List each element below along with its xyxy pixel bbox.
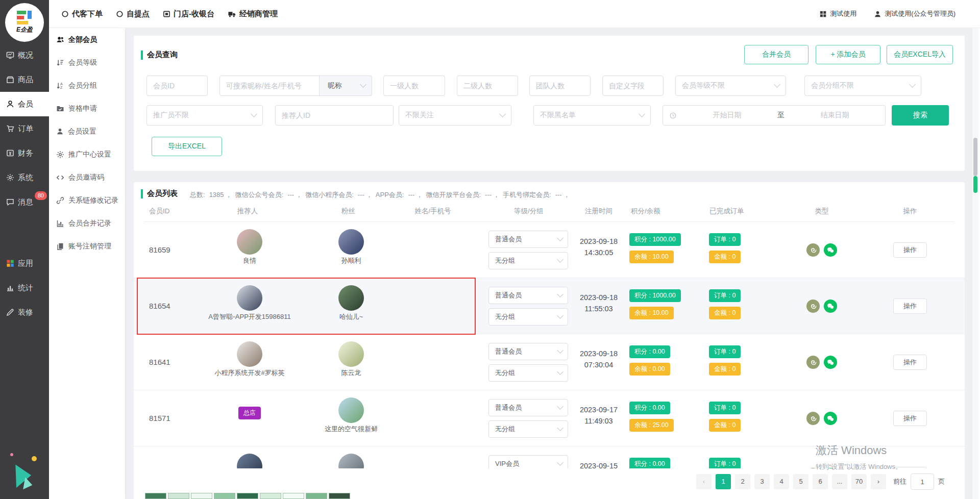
sidebar-item-0[interactable]: 概况 xyxy=(0,43,49,67)
group-select[interactable]: 无分组 xyxy=(488,252,568,269)
team-count-input[interactable] xyxy=(529,76,591,96)
topbar-user-1[interactable]: 测试使用(公众号管理员) xyxy=(874,9,955,18)
submenu-item-0[interactable]: 全部会员 xyxy=(49,28,125,51)
pagination-goto: 前往 页 xyxy=(893,473,945,490)
page-button-5[interactable]: 5 xyxy=(793,474,808,489)
member-id-input[interactable] xyxy=(146,76,208,96)
row-action-button[interactable]: 操作 xyxy=(893,355,927,370)
sidebar-item-5[interactable]: 系统 xyxy=(0,165,49,190)
topbar-item-3[interactable]: 经销商管理 xyxy=(228,9,278,19)
goto-label: 前往 xyxy=(893,477,906,486)
export-excel-button[interactable]: 导出EXCEL xyxy=(152,137,222,156)
page-button-2[interactable]: 2 xyxy=(735,474,750,489)
group-select[interactable]: 无分组 xyxy=(488,420,568,438)
blacklist-filter-select[interactable]: 不限黑名单 xyxy=(533,105,651,126)
row-action-button[interactable]: 操作 xyxy=(893,242,927,258)
submenu-item-4[interactable]: 会员设置 xyxy=(49,120,125,143)
member-icon xyxy=(6,100,14,108)
level-select[interactable]: 普通会员 xyxy=(488,343,568,360)
page-scrollbar[interactable] xyxy=(972,28,978,499)
page-button-70[interactable]: 70 xyxy=(851,474,867,489)
chevron-down-icon xyxy=(557,425,564,431)
register-time: 2023-09-1814:30:05 xyxy=(563,222,634,257)
goto-page-input[interactable] xyxy=(911,473,934,490)
sidebar-item-6[interactable]: 消息80 xyxy=(0,190,49,214)
page-button-3[interactable]: 3 xyxy=(754,474,770,489)
submenu-item-8[interactable]: 会员合并记录 xyxy=(49,212,125,235)
page-button-1[interactable]: 1 xyxy=(716,474,731,489)
keyword-input[interactable] xyxy=(219,76,320,96)
page-button-6[interactable]: 6 xyxy=(813,474,828,489)
points-badge: 积分 : 1000.00 xyxy=(629,289,681,302)
submenu-item-9[interactable]: 账号注销管理 xyxy=(49,235,125,258)
member-group-select[interactable]: 会员分组不限 xyxy=(804,76,921,96)
sidebar-item-8[interactable]: 统计 xyxy=(0,276,49,300)
group-select[interactable]: 无分组 xyxy=(488,364,568,382)
search-button[interactable]: 搜索 xyxy=(892,105,949,126)
overview-icon xyxy=(6,51,14,59)
date-range-picker[interactable]: 开始日期 至 结束日期 xyxy=(663,105,886,126)
pagination-pages: ‹123456...70› xyxy=(696,474,886,489)
excel-import-button[interactable]: 会员EXCEL导入 xyxy=(887,45,953,64)
topbar-item-2[interactable]: 门店-收银台 xyxy=(163,9,214,19)
submenu-item-6[interactable]: 会员邀请码 xyxy=(49,166,125,189)
sidebar-item-1[interactable]: 商品 xyxy=(0,67,49,92)
submenu-item-2[interactable]: AZ会员分组 xyxy=(49,74,125,97)
prev-page-button[interactable]: ‹ xyxy=(696,474,712,489)
submenu-item-7[interactable]: 关系链修改记录 xyxy=(49,189,125,212)
page-button-4[interactable]: 4 xyxy=(774,474,789,489)
row-action-button[interactable]: 操作 xyxy=(893,411,927,426)
sidebar-item-7[interactable]: 应用 xyxy=(0,251,49,276)
wechat-icon xyxy=(824,243,837,257)
member-admin-screen: 代客下单自提点门店-收银台经销商管理 测试使用测试使用(公众号管理员) E企盈 … xyxy=(0,0,980,499)
logo-icon xyxy=(17,11,32,24)
sidebar-item-4[interactable]: 财务 xyxy=(0,141,49,165)
level1-count-input[interactable] xyxy=(383,76,445,96)
submenu-item-1[interactable]: 会员等级 xyxy=(49,51,125,74)
group-select[interactable]: 无分组 xyxy=(488,308,568,326)
topbar-item-label: 代客下单 xyxy=(72,9,103,19)
row-action-button[interactable]: 操作 xyxy=(893,298,927,314)
level2-count-input[interactable] xyxy=(457,76,518,96)
balance-badge: 余额 : 10.00 xyxy=(629,307,674,319)
taskbar-thumbnail-5 xyxy=(260,493,281,499)
chevron-down-icon xyxy=(557,368,564,375)
start-date-placeholder[interactable]: 开始日期 xyxy=(677,111,777,120)
chevron-down-icon xyxy=(639,111,645,117)
promoter-select[interactable]: 推广员不限 xyxy=(146,105,263,126)
query-panel-title: 会员查询 xyxy=(141,50,178,60)
points-badge: 积分 : 0.00 xyxy=(629,402,670,414)
keyword-type-select[interactable]: 昵称 xyxy=(320,76,372,96)
taskbar-thumbnail-3 xyxy=(214,493,235,499)
pagination: ‹123456...70› 前往 页 xyxy=(696,473,945,490)
submenu-item-3[interactable]: 资格申请 xyxy=(49,97,125,120)
submenu-item-5[interactable]: 推广中心设置 xyxy=(49,143,125,166)
page-button-...[interactable]: ... xyxy=(832,474,847,489)
next-page-button[interactable]: › xyxy=(871,474,886,489)
topbar-item-1[interactable]: 自提点 xyxy=(116,9,150,19)
member-row-81654: 81654A曾智聪ᵕAPP开发15986811哈仙儿~普通会员无分组2023-0… xyxy=(134,278,965,334)
chevron-down-icon xyxy=(557,312,564,319)
sidebar-item-2[interactable]: 会员 xyxy=(0,92,49,116)
level-select[interactable]: 普通会员 xyxy=(488,287,568,304)
sidebar-menu: 概况商品会员订单财务系统消息80应用统计装修 xyxy=(0,43,49,325)
person-name: 孙顺利 xyxy=(300,257,402,265)
sidebar-item-3[interactable]: 订单 xyxy=(0,116,49,141)
add-member-button[interactable]: + 添加会员 xyxy=(816,45,880,64)
avatar xyxy=(338,229,364,255)
member-level-select[interactable]: 会员等级不限 xyxy=(675,76,786,96)
level-select[interactable]: 普通会员 xyxy=(488,231,568,248)
level-select[interactable]: 普通会员 xyxy=(488,399,568,416)
end-date-placeholder[interactable]: 结束日期 xyxy=(785,111,885,120)
sidebar-decoration xyxy=(0,438,49,499)
scrollbar-thumb[interactable] xyxy=(973,138,977,176)
referrer-id-input[interactable] xyxy=(275,105,394,126)
sidebar-item-9[interactable]: 装修 xyxy=(0,300,49,325)
topbar-item-0[interactable]: 代客下单 xyxy=(61,9,103,19)
merge-members-button[interactable]: 合并会员 xyxy=(744,45,808,64)
chevron-down-icon xyxy=(557,256,564,263)
custom-field-input[interactable] xyxy=(602,76,664,96)
follow-filter-select[interactable]: 不限关注 xyxy=(399,105,511,126)
topbar-user-0[interactable]: 测试使用 xyxy=(819,9,856,18)
stats-icon xyxy=(6,284,14,292)
